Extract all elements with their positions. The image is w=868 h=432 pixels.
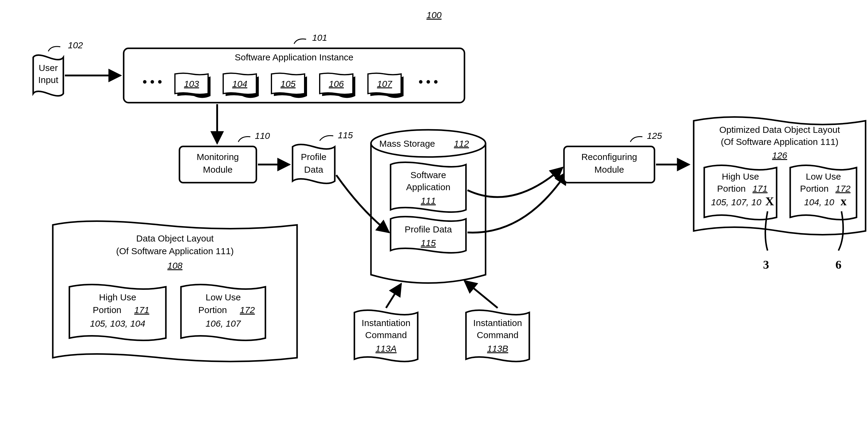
opt-low-strike: x [841,194,846,208]
layout-high-ref: 171 [134,305,149,315]
layout-low-label-l1: Low Use [206,292,241,302]
instantiation-command-a-block: Instantiation Command 113A [354,310,418,362]
instantiation-command-b-block: Instantiation Command 113B [466,310,529,362]
storage-app-ref: 111 [421,196,436,206]
mini-doc-label: 106 [329,79,344,89]
user-input-block: User Input 102 [33,40,83,96]
optimized-layout-block: Optimized Data Object Layout (Of Softwar… [694,117,866,272]
opt-layout-subtitle: (Of Software Application 111) [721,137,838,147]
mini-doc-label: 105 [280,79,296,89]
mini-doc-label: 107 [377,79,392,89]
ellipsis-right: • • • [418,75,438,88]
layout-low-ref: 172 [240,305,255,315]
opt-high-items: 105, 107, 10 [711,197,762,207]
layout-low-label-l2: Portion [198,305,227,315]
app-instance-block: Software Application Instance 101 • • • … [124,33,464,103]
profile-data-block: Profile Data 115 [292,130,353,183]
monitoring-label-l2: Module [203,165,232,174]
opt-low-label-l1: Low Use [806,171,841,181]
data-object-layout-block: Data Object Layout (Of Software Applicat… [53,221,297,362]
inst-b-ref: 113B [487,344,508,353]
inst-a-label-l1: Instantiation [362,318,410,328]
annot-low: 6 [835,258,841,271]
opt-layout-title: Optimized Data Object Layout [719,125,840,135]
mini-doc-107: 107 [368,74,404,98]
layout-subtitle: (Of Software Application 111) [116,246,234,256]
diagram-canvas: 100 User Input 102 Software Application … [0,0,868,432]
layout-ref: 108 [167,261,183,270]
layout-high-label-l2: Portion [93,305,121,315]
monitoring-ref: 110 [255,131,270,141]
opt-low-ref: 172 [835,183,850,194]
opt-layout-ref: 126 [772,150,787,160]
layout-title: Data Object Layout [136,233,214,243]
mass-storage-ref: 112 [454,139,469,148]
user-input-ref: 102 [68,40,83,50]
inst-b-label-l2: Command [477,330,519,340]
reconfig-ref: 125 [647,131,662,141]
layout-high-label-l1: High Use [99,292,136,302]
opt-low-items: 104, 10 [804,197,834,207]
mini-doc-104: 104 [223,74,259,98]
mini-doc-label: 104 [232,79,247,89]
ellipsis-left: • • • [143,75,162,88]
inst-a-ref: 113A [375,344,397,353]
monitoring-module-block: Monitoring Module 110 [180,131,270,183]
mass-storage-block: Mass Storage 112 Software Application 11… [371,130,486,283]
monitoring-label-l1: Monitoring [197,152,239,162]
profile-label-l1: Profile [301,152,326,162]
figure-ref: 100 [427,10,441,20]
reconfig-label-l2: Module [594,165,624,174]
app-instance-ref: 101 [312,33,327,42]
storage-app-label-l1: Software [410,170,446,180]
reconfig-label-l1: Reconfiguring [581,152,637,162]
layout-high-items: 105, 103, 104 [90,318,145,328]
mini-doc-106: 106 [320,74,355,98]
user-input-label-l2: Input [38,75,59,85]
layout-low-items: 106, 107 [206,318,241,328]
storage-profile-ref: 115 [421,238,436,248]
user-input-label-l1: User [39,63,58,73]
opt-low-label-l2: Portion [800,183,829,194]
mini-doc-label: 103 [184,79,199,89]
arrow-insta-to-storage [386,284,401,308]
opt-high-label-l2: Portion [717,183,746,194]
opt-high-ref: 171 [752,183,768,194]
app-instance-title: Software Application Instance [235,52,353,62]
reconfiguring-module-block: Reconfiguring Module 125 [564,131,662,183]
mini-doc-105: 105 [272,74,307,98]
mini-doc-103: 103 [175,74,211,98]
storage-app-label-l2: Application [406,182,451,192]
profile-label-l2: Data [304,165,323,174]
mass-storage-title: Mass Storage [379,139,435,148]
opt-high-strike: X [766,194,774,208]
storage-profile-label: Profile Data [405,224,452,234]
inst-a-label-l2: Command [365,330,407,340]
opt-high-label-l1: High Use [722,171,759,181]
arrow-instb-to-storage [464,281,498,308]
annot-high: 3 [763,258,769,271]
profile-ref: 115 [338,130,353,140]
inst-b-label-l1: Instantiation [473,318,522,328]
